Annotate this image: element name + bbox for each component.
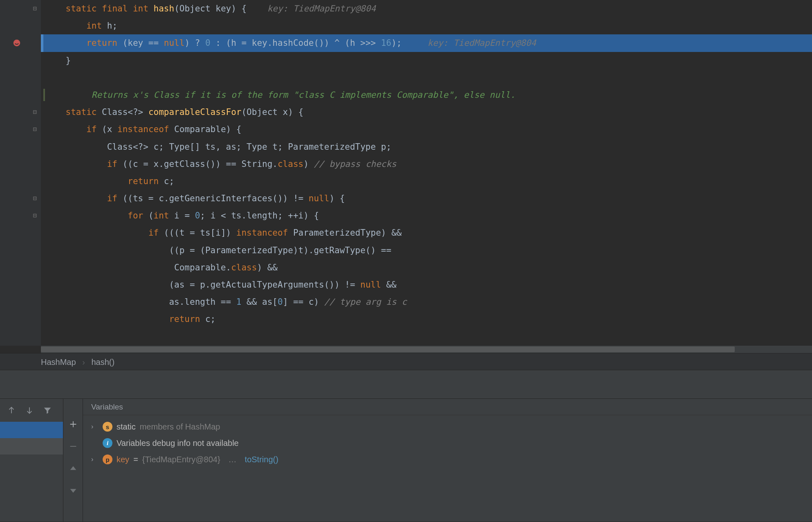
code-token: ((p = (ParameterizedType)t).getRawType()… [169,245,391,255]
code-line[interactable]: for (int i = 0; i < ts.length; ++i) { [41,207,812,224]
gutter-row[interactable]: ⊟ [0,207,41,224]
code-token: ) && [257,263,278,272]
code-line[interactable]: if (x instanceof Comparable) { [41,121,812,138]
add-watch-icon[interactable] [68,419,78,429]
frame-row[interactable] [0,438,63,454]
next-frame-icon[interactable] [25,405,34,415]
move-up-icon[interactable] [68,464,78,473]
debug-panel: Variables ›sstatic members of HashMapiVa… [0,399,812,522]
editor-gutter[interactable]: ⊟⊟⊟⊟⊟ [0,0,41,346]
code-line[interactable]: static final int hash(Object key) { key:… [41,0,812,17]
code-line[interactable]: ((p = (ParameterizedType)t).getRawType()… [41,242,812,259]
code-line[interactable]: Comparable.class) && [41,259,812,276]
fold-end-icon[interactable] [32,58,38,63]
variables-tree[interactable]: ›sstatic members of HashMapiVariables de… [83,415,812,471]
code-line[interactable]: return c; [41,310,812,328]
code-content[interactable]: static final int hash(Object key) { key:… [41,0,812,346]
gutter-row[interactable] [0,86,41,104]
code-line[interactable]: if (((t = ts[i]) instanceof Parameterize… [41,224,812,241]
gutter-row[interactable]: ⊟ [0,0,41,17]
code-line[interactable]: return c; [41,173,812,190]
comment-text: // type arg is c [324,297,407,307]
comment-text: // bypass checks [314,159,396,169]
code-line[interactable]: Class<?> c; Type[] ts, as; Type t; Param… [41,138,812,155]
gutter-row[interactable] [0,224,41,241]
gutter-row[interactable] [0,155,41,173]
filter-icon[interactable] [43,405,52,415]
variable-text[interactable]: toString() [245,455,278,464]
code-line[interactable]: if ((ts = c.getGenericInterfaces()) != n… [41,190,812,207]
code-line[interactable]: int h; [41,17,812,34]
scrollbar-thumb[interactable] [41,346,735,352]
code-line[interactable]: (as = p.getActualTypeArguments()) != nul… [41,276,812,293]
code-token: (Object key) { [174,4,267,14]
remove-watch-icon[interactable] [68,441,78,451]
code-token [96,4,102,14]
code-token: if [148,228,159,238]
variable-text: {TiedMapEntry@804} [142,455,220,464]
gutter-row[interactable] [0,17,41,34]
variable-row[interactable]: iVariables debug info not available [83,435,812,451]
breadcrumb-method[interactable]: hash() [91,358,114,367]
code-line[interactable] [41,328,812,345]
gutter-row[interactable] [0,34,41,52]
gutter-row[interactable] [0,52,41,69]
move-down-icon[interactable] [68,486,78,495]
prev-frame-icon[interactable] [7,405,16,415]
code-token: 0 [278,297,283,307]
code-line[interactable]: static Class<?> comparableClassFor(Objec… [41,104,812,121]
code-editor[interactable]: ⊟⊟⊟⊟⊟ static final int hash(Object key) … [0,0,812,346]
code-token [128,4,133,14]
frame-row-selected[interactable] [0,422,63,438]
gutter-row[interactable] [0,293,41,310]
gutter-row[interactable] [0,328,41,345]
editor-horizontal-scrollbar[interactable] [41,346,812,353]
code-line[interactable] [41,69,812,86]
code-line[interactable]: } [41,52,812,69]
code-line[interactable]: Returns x's Class if it is of the form "… [41,86,812,104]
code-token: class [278,159,303,169]
variable-row[interactable]: ›pkey = {TiedMapEntry@804} … toString() [83,451,812,468]
code-line[interactable]: return (key == null) ? 0 : (h = key.hash… [41,34,812,52]
code-line[interactable]: if ((c = x.getClass()) == String.class) … [41,155,812,173]
code-token: c; [200,314,215,324]
code-line[interactable]: as.length == 1 && as[0] == c) // type ar… [41,293,812,310]
gutter-row[interactable] [0,259,41,276]
fold-collapse-icon[interactable]: ⊟ [32,109,38,115]
gutter-row[interactable]: ⊟ [0,190,41,207]
inlay-hint: key: TiedMapEntry@804 [267,4,376,14]
variables-column: Variables ›sstatic members of HashMapiVa… [83,399,812,522]
frame-list[interactable] [0,422,63,454]
inlay-hint: key: TiedMapEntry@804 [428,38,536,48]
expand-arrow-icon[interactable]: › [91,456,99,463]
code-token: instanceof [236,228,288,238]
execution-line-marker [41,34,43,52]
breadcrumb-separator-icon: › [82,358,85,367]
gutter-row[interactable] [0,276,41,293]
code-token: ((c = x.getClass()) == String. [117,159,278,169]
gutter-row[interactable] [0,310,41,328]
breadcrumb-class[interactable]: HashMap [41,358,76,367]
code-token: comparableClassFor [148,107,242,117]
gutter-row[interactable] [0,138,41,155]
code-token: (as = p.getActualTypeArguments()) != [169,280,360,290]
fold-collapse-icon[interactable]: ⊟ [32,196,38,201]
fold-collapse-icon[interactable]: ⊟ [32,6,38,11]
variable-text: members of HashMap [140,422,220,432]
breakpoint-icon[interactable] [12,38,21,47]
code-token: if [86,124,96,134]
gutter-row[interactable] [0,69,41,86]
breadcrumb[interactable]: HashMap › hash() [0,353,812,370]
expand-arrow-icon[interactable]: › [91,423,99,430]
code-token: return [86,38,117,48]
fold-collapse-icon[interactable]: ⊟ [32,213,38,218]
gutter-row[interactable]: ⊟ [0,121,41,138]
gutter-row[interactable] [0,173,41,190]
variable-row[interactable]: ›sstatic members of HashMap [83,418,812,435]
code-token: ) ? [184,38,205,48]
gutter-row[interactable]: ⊟ [0,104,41,121]
code-token: for [128,211,143,220]
gutter-row[interactable] [0,242,41,259]
variable-badge-icon: i [103,438,112,448]
fold-collapse-icon[interactable]: ⊟ [32,126,38,132]
